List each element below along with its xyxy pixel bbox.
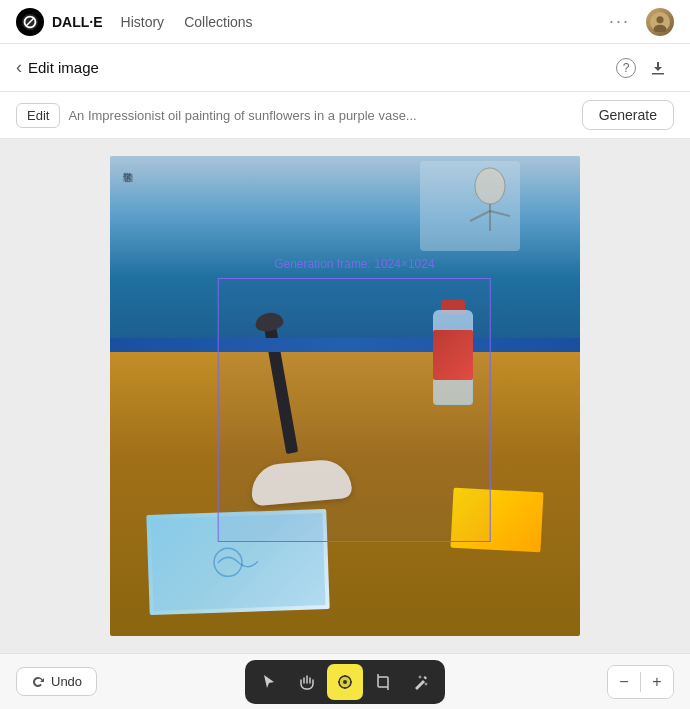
- undo-label: Undo: [51, 674, 82, 689]
- hand-icon: [298, 673, 316, 691]
- crop-tool-button[interactable]: [365, 664, 401, 700]
- photo-screen: 勤学苦练: [110, 156, 580, 358]
- page-title: Edit image: [28, 59, 99, 76]
- select-tool-button[interactable]: [251, 664, 287, 700]
- svg-rect-15: [378, 677, 388, 687]
- prompt-input[interactable]: [68, 108, 573, 123]
- water-bottle: [429, 300, 477, 420]
- canvas-area: 勤学苦练: [0, 139, 690, 653]
- app-logo: [16, 8, 44, 36]
- book-item: [146, 509, 329, 615]
- header-bar: ‹ Edit image ?: [0, 44, 690, 92]
- bottom-toolbar: Undo: [0, 653, 690, 709]
- undo-button[interactable]: Undo: [16, 667, 97, 696]
- nav-collections[interactable]: Collections: [178, 10, 258, 34]
- zoom-in-button[interactable]: +: [641, 666, 673, 698]
- svg-line-7: [490, 211, 510, 216]
- undo-icon: [31, 675, 45, 689]
- zoom-group: − +: [607, 665, 674, 699]
- prompt-bar: Edit Generate: [0, 92, 690, 139]
- svg-point-10: [343, 680, 347, 684]
- back-arrow-icon: ‹: [16, 57, 22, 78]
- zoom-out-button[interactable]: −: [608, 666, 640, 698]
- nav-history[interactable]: History: [115, 10, 171, 34]
- download-button[interactable]: [642, 52, 674, 84]
- help-button[interactable]: ?: [610, 52, 642, 84]
- download-icon: [649, 59, 667, 77]
- select-icon: [260, 673, 278, 691]
- user-avatar[interactable]: [646, 8, 674, 36]
- svg-point-2: [656, 16, 663, 23]
- edit-badge: Edit: [16, 103, 60, 128]
- generate-button[interactable]: Generate: [582, 100, 674, 130]
- crop-icon: [374, 673, 392, 691]
- nav-more-button[interactable]: ···: [601, 7, 638, 36]
- back-button[interactable]: ‹ Edit image: [16, 57, 99, 78]
- help-icon: ?: [616, 58, 636, 78]
- svg-line-6: [470, 211, 490, 221]
- tool-group: [245, 660, 445, 704]
- magic-icon: [412, 673, 430, 691]
- app-name: DALL·E: [52, 14, 103, 30]
- book-item-2: [451, 487, 544, 552]
- hand-tool-button[interactable]: [289, 664, 325, 700]
- magic-tool-button[interactable]: [403, 664, 439, 700]
- brush-icon: [336, 673, 354, 691]
- top-nav: DALL·E History Collections ···: [0, 0, 690, 44]
- main-image[interactable]: 勤学苦练: [110, 156, 580, 636]
- svg-point-4: [475, 168, 505, 204]
- image-container: 勤学苦练: [110, 156, 580, 636]
- brush-tool-button[interactable]: [327, 664, 363, 700]
